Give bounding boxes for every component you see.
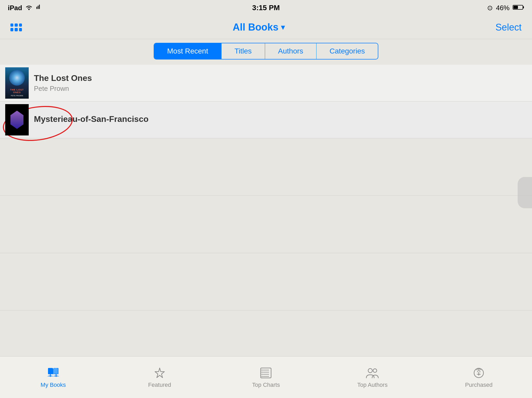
segmented-control: Most Recent Titles Authors Categories	[0, 39, 532, 65]
book-title-1: The Lost Ones	[34, 73, 527, 83]
dropdown-arrow-icon: ▾	[281, 23, 285, 32]
empty-row	[0, 138, 532, 196]
list-item[interactable]: THE LOST ONES PETE PROWN The Lost Ones P…	[0, 65, 532, 102]
tab-featured-label: Featured	[148, 382, 171, 388]
status-right: ⊙ 46%	[487, 4, 524, 12]
tab-most-recent[interactable]: Most Recent	[154, 43, 222, 59]
tab-titles[interactable]: Titles	[222, 43, 265, 59]
svg-point-15	[261, 372, 262, 373]
svg-point-0	[28, 9, 29, 10]
book-cover-2	[5, 104, 29, 135]
filter-tabs: Most Recent Titles Authors Categories	[154, 43, 379, 60]
location-icon: ⊙	[487, 4, 493, 12]
top-authors-icon	[365, 366, 380, 379]
book-info-1: The Lost Ones Pete Prown	[34, 73, 527, 93]
tab-categories[interactable]: Categories	[316, 43, 378, 59]
status-time: 3:15 PM	[252, 4, 280, 12]
tab-my-books[interactable]: My Books	[0, 366, 106, 388]
my-books-icon	[46, 366, 61, 379]
featured-icon	[152, 366, 167, 379]
tab-top-authors[interactable]: Top Authors	[319, 366, 426, 388]
svg-rect-5	[523, 6, 524, 8]
all-books-label: All Books	[233, 22, 278, 33]
svg-point-17	[261, 376, 262, 377]
empty-row	[0, 253, 532, 311]
tab-purchased-label: Purchased	[465, 382, 492, 388]
book-list: THE LOST ONES PETE PROWN The Lost Ones P…	[0, 65, 532, 364]
tab-top-charts-label: Top Charts	[252, 382, 280, 388]
status-bar: iPad 3:15 PM ⊙ 46%	[0, 0, 532, 16]
nav-bar: All Books ▾ Select	[0, 16, 532, 39]
tab-top-charts[interactable]: Top Charts	[213, 366, 319, 388]
wifi-icon	[25, 4, 33, 12]
book-info-2: Mysterieau-of-San-Francisco	[34, 114, 527, 126]
svg-point-18	[368, 369, 372, 373]
battery-icon	[513, 4, 524, 12]
status-left: iPad	[8, 4, 41, 12]
nav-title[interactable]: All Books ▾	[233, 22, 285, 33]
scroll-indicator[interactable]	[518, 177, 532, 208]
book-title-2: Mysterieau-of-San-Francisco	[34, 114, 527, 124]
list-item[interactable]: Mysterieau-of-San-Francisco	[0, 102, 532, 138]
book-cover-1: THE LOST ONES PETE PROWN	[5, 67, 29, 99]
grid-view-button[interactable]	[10, 23, 22, 31]
svg-rect-6	[513, 6, 518, 9]
main-content: THE LOST ONES PETE PROWN The Lost Ones P…	[0, 65, 532, 364]
battery-percent: 46%	[496, 4, 510, 12]
signal-icon	[36, 4, 41, 12]
svg-point-14	[261, 370, 262, 371]
top-charts-icon	[259, 366, 273, 379]
tab-top-authors-label: Top Authors	[357, 382, 387, 388]
purchased-icon	[471, 366, 486, 379]
tab-my-books-label: My Books	[41, 382, 66, 388]
tab-authors[interactable]: Authors	[265, 43, 317, 59]
svg-point-16	[261, 374, 262, 375]
carrier-label: iPad	[8, 4, 22, 12]
tab-featured[interactable]: Featured	[106, 366, 213, 388]
tab-purchased[interactable]: Purchased	[426, 366, 532, 388]
empty-row	[0, 196, 532, 253]
book-author-1: Pete Prown	[34, 85, 527, 93]
svg-point-19	[373, 369, 377, 372]
grid-icon	[10, 23, 22, 31]
tab-bar: My Books Featured Top Charts T	[0, 356, 532, 398]
select-button[interactable]: Select	[495, 22, 522, 33]
